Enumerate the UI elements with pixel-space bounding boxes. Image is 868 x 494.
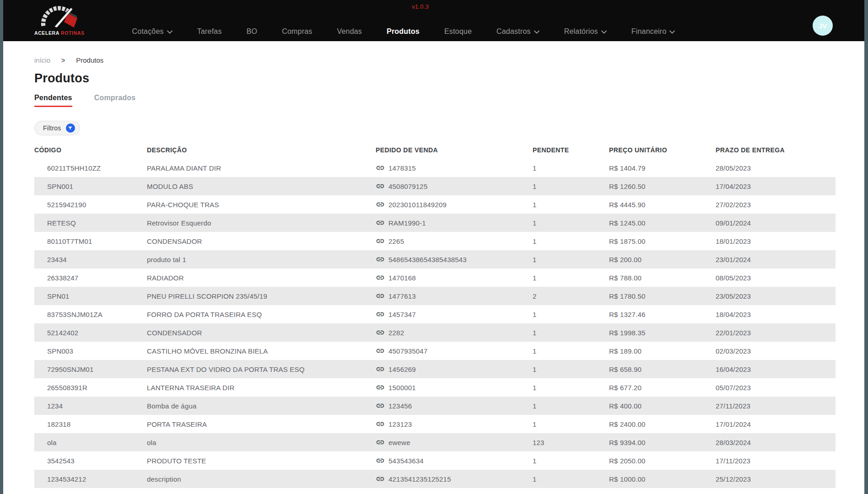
cell-pedido-de-venda[interactable]: 1457347	[376, 310, 533, 319]
cell-pedido-de-venda[interactable]: 4213541235125215	[376, 474, 533, 483]
cell-descricao: PNEU PIRELLI SCORPION 235/45/19	[147, 292, 376, 300]
cell-pedido-de-venda[interactable]: 543543634	[376, 456, 533, 465]
pedido-value: 4508079125	[388, 183, 427, 190]
cell-pedido-de-venda[interactable]: 1456269	[376, 365, 533, 374]
cell-codigo: 1234534212	[34, 475, 147, 483]
cell-descricao: PARALAMA DIANT DIR	[147, 164, 376, 172]
cell-prazo-de-entrega: 17/11/2023	[716, 457, 836, 465]
nav-item[interactable]: Produtos	[387, 27, 420, 36]
brand-logo[interactable]: ACELERA ROTINAS	[34, 5, 85, 36]
cell-pedido-de-venda[interactable]: 123123	[376, 419, 533, 429]
cell-pedido-de-venda[interactable]: 1500001	[376, 383, 533, 392]
table-row[interactable]: RETESQ Retrovisor Esquerdo RAM1990-1 1 R…	[34, 214, 836, 232]
table-row[interactable]: 182318 PORTA TRASEIRA 123123 1 R$ 2400.0…	[34, 415, 836, 433]
link-icon	[376, 456, 385, 465]
column-header: PEDIDO DE VENDA	[376, 146, 533, 154]
cell-pedido-de-venda[interactable]: 1478315	[376, 163, 533, 172]
cell-codigo: 60211T5HH10ZZ	[34, 164, 147, 172]
cell-preco-unitario: R$ 1245.00	[609, 219, 716, 227]
cell-pedido-de-venda[interactable]: RAM1990-1	[376, 218, 533, 227]
table-row[interactable]: 26338247 RADIADOR 1470168 1 R$ 788.00 08…	[34, 268, 836, 287]
cell-pendente: 1	[533, 201, 609, 209]
top-navbar: v1.0.3 ACELERA ROTINAS Cotações Tarefas …	[0, 0, 868, 41]
cell-preco-unitario: R$ 1000.00	[609, 475, 716, 483]
table-row[interactable]: 80110T7TM01 CONDENSADOR 2265 1 R$ 1875.0…	[34, 232, 836, 250]
cell-pedido-de-venda[interactable]: 123456	[376, 401, 533, 410]
table-row[interactable]: 23434 produto tal 1 54865438654385438543…	[34, 250, 836, 268]
cell-pedido-de-venda[interactable]: 54865438654385438543	[376, 255, 533, 264]
user-avatar[interactable]: JV	[813, 16, 833, 36]
table-row[interactable]: 265508391R LANTERNA TRASEIRA DIR 1500001…	[34, 378, 836, 397]
table-row[interactable]: 1234 Bomba de água 123456 1 R$ 400.00 27…	[34, 397, 836, 415]
cell-preco-unitario: R$ 788.00	[609, 274, 716, 282]
cell-preco-unitario: R$ 1998.35	[609, 329, 716, 337]
pedido-value: 1457347	[388, 311, 416, 318]
cell-pedido-de-venda[interactable]: 2265	[376, 236, 533, 246]
table-row[interactable]: 3542543 PRODUTO TESTE 543543634 1 R$ 205…	[34, 451, 836, 470]
cell-prazo-de-entrega: 16/04/2023	[716, 365, 836, 373]
cell-codigo: RETESQ	[34, 219, 147, 227]
cell-codigo: 265508391R	[34, 384, 147, 392]
pedido-value: 1478315	[388, 164, 416, 172]
link-icon	[376, 236, 385, 246]
nav-item-label: Compras	[282, 27, 312, 36]
table-row[interactable]: 1234534212 description 4213541235125215 …	[34, 470, 836, 488]
products-table: CÓDIGODESCRIÇÃOPEDIDO DE VENDAPENDENTEPR…	[34, 141, 836, 494]
column-header: CÓDIGO	[34, 146, 147, 154]
cell-prazo-de-entrega: 23/05/2023	[716, 292, 836, 300]
cell-pedido-de-venda[interactable]: 1477613	[376, 291, 533, 301]
table-row[interactable]: SPN003 CASTILHO MÓVEL BRONZINA BIELA 450…	[34, 342, 836, 360]
table-row[interactable]: 5215942190 PARA-CHOQUE TRAS 202301011849…	[34, 195, 836, 214]
table-row[interactable]: SPN001 MODULO ABS 4508079125 1 R$ 1260.5…	[34, 177, 836, 195]
tab-comprados[interactable]: Comprados	[94, 94, 136, 107]
cell-pedido-de-venda[interactable]: 1470168	[376, 273, 533, 282]
table-row[interactable]: ola ola ewewe 123 R$ 9394.00 28/03/2024	[34, 433, 836, 451]
cell-pedido-de-venda[interactable]: 2282	[376, 328, 533, 337]
nav-item[interactable]: Compras	[282, 27, 312, 36]
table-row[interactable]: SPN01 PNEU PIRELLI SCORPION 235/45/19 14…	[34, 287, 836, 305]
nav-item[interactable]: Cotações	[132, 27, 173, 36]
nav-item[interactable]: Financeiro	[631, 27, 675, 36]
cell-pendente: 1	[533, 329, 609, 337]
cell-pendente: 1	[533, 384, 609, 392]
link-icon	[376, 291, 385, 301]
table-row[interactable]: 52142402 CONDENSADOR 2282 1 R$ 1998.35 2…	[34, 323, 836, 342]
link-icon	[376, 438, 385, 447]
nav-item[interactable]: Estoque	[444, 27, 472, 36]
cell-pendente: 1	[533, 402, 609, 410]
breadcrumb-home-link[interactable]: início	[34, 57, 50, 64]
table-row[interactable]: 83753SNJM01ZA FORRO DA PORTA TRASEIRA ES…	[34, 305, 836, 323]
table-row[interactable]: 72950SNJM01 PESTANA EXT DO VIDRO DA PORT…	[34, 360, 836, 378]
cell-pendente: 2	[533, 292, 609, 300]
table-row[interactable]: 60211T5HH10ZZ PARALAMA DIANT DIR 1478315…	[34, 159, 836, 177]
cell-descricao: RADIADOR	[147, 274, 376, 282]
link-icon	[376, 200, 385, 209]
nav-item[interactable]: BO	[247, 27, 258, 36]
cell-preco-unitario: R$ 1327.46	[609, 311, 716, 318]
cell-pedido-de-venda[interactable]: 4508079125	[376, 182, 533, 191]
cell-descricao: PRODUTO TESTE	[147, 457, 376, 465]
nav-item[interactable]: Cadastros	[496, 27, 539, 36]
cell-pendente: 1	[533, 365, 609, 373]
cell-codigo: 72950SNJM01	[34, 365, 147, 373]
cell-prazo-de-entrega: 17/01/2024	[716, 420, 836, 428]
cell-prazo-de-entrega: 08/05/2023	[716, 274, 836, 282]
cell-pedido-de-venda[interactable]: 202301011849209	[376, 200, 533, 209]
cell-descricao: MODULO ABS	[147, 183, 376, 190]
nav-item[interactable]: Tarefas	[197, 27, 222, 36]
filters-button[interactable]: Filtros	[34, 121, 80, 135]
nav-item-label: Financeiro	[631, 27, 667, 36]
table-row-partial	[34, 488, 836, 494]
cell-pedido-de-venda[interactable]: ewewe	[376, 438, 533, 447]
tab-pendentes[interactable]: Pendentes	[34, 94, 72, 107]
cell-preco-unitario: R$ 400.00	[609, 402, 716, 410]
table-body: 60211T5HH10ZZ PARALAMA DIANT DIR 1478315…	[34, 159, 836, 494]
cell-prazo-de-entrega: 28/05/2023	[716, 164, 836, 172]
nav-item[interactable]: Vendas	[337, 27, 362, 36]
cell-pendente: 1	[533, 164, 609, 172]
cell-pedido-de-venda[interactable]: 4507935047	[376, 346, 533, 355]
nav-item[interactable]: Relatórios	[564, 27, 607, 36]
link-icon	[376, 163, 385, 172]
cell-pendente: 1	[533, 475, 609, 483]
cell-codigo: 5215942190	[34, 201, 147, 209]
